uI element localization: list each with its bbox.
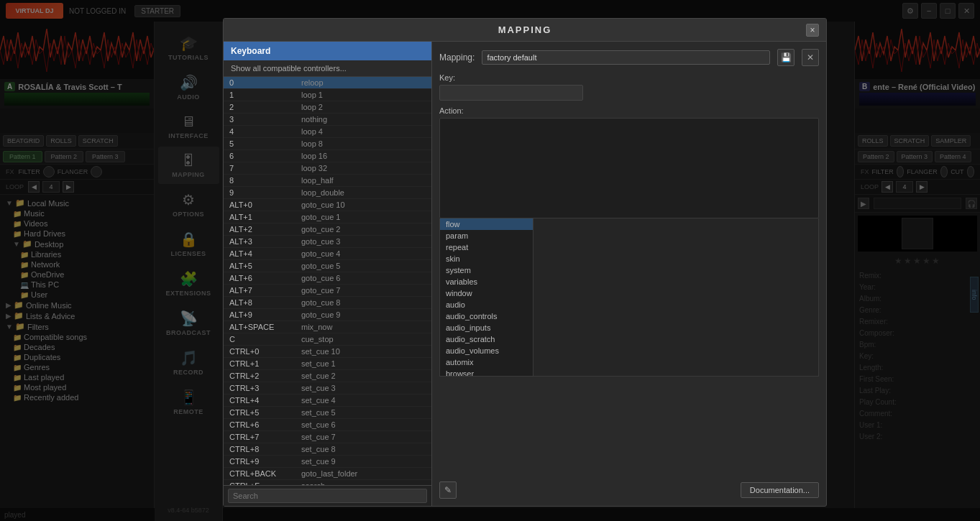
device-selector[interactable]: Keyboard	[224, 42, 431, 60]
show-controllers-link[interactable]: Show all compatible controllers...	[224, 60, 431, 77]
modal-header: MAPPING ×	[224, 19, 826, 42]
key-row[interactable]: CTRL+8set_cue 8	[224, 443, 431, 456]
key-row[interactable]: ALT+6goto_cue 6	[224, 272, 431, 285]
key-list: 0reloop1loop 12loop 23nothing4loop 45loo…	[224, 77, 431, 485]
key-row[interactable]: 5loop 8	[224, 138, 431, 150]
key-row[interactable]: CTRL+3set_cue 3	[224, 382, 431, 395]
autocomplete-list: flowparamrepeatskinsystemvariableswindow…	[440, 218, 533, 376]
autocomplete-item[interactable]: audio_scratch	[440, 333, 533, 345]
key-row[interactable]: ALT+SPACEmix_now	[224, 321, 431, 333]
key-row[interactable]: ALT+5goto_cue 5	[224, 260, 431, 272]
mapping-save-btn[interactable]: 💾	[777, 49, 794, 66]
key-row[interactable]: 8loop_half	[224, 175, 431, 187]
key-row[interactable]: CTRL+6set_cue 6	[224, 419, 431, 431]
autocomplete-item[interactable]: system	[440, 264, 533, 276]
key-row[interactable]: 2loop 2	[224, 101, 431, 114]
documentation-btn[interactable]: Documentation...	[741, 482, 819, 498]
modal-title: MAPPING	[498, 24, 552, 35]
key-row[interactable]: 4loop 4	[224, 126, 431, 138]
action-field-label: Action:	[439, 106, 819, 115]
action-section: Action: flowparamrepeatskinsystemvariabl…	[439, 106, 819, 477]
key-row[interactable]: CTRL+2set_cue 2	[224, 370, 431, 382]
key-row[interactable]: CTRL+4set_cue 4	[224, 395, 431, 407]
search-input[interactable]	[228, 489, 427, 503]
key-row[interactable]: ALT+4goto_cue 4	[224, 248, 431, 260]
key-row[interactable]: 3nothing	[224, 114, 431, 126]
mapping-select[interactable]: factory default	[482, 50, 770, 65]
key-row[interactable]: CTRL+1set_cue 1	[224, 358, 431, 370]
key-row[interactable]: CTRL+5set_cue 5	[224, 407, 431, 419]
mapping-modal: MAPPING × Keyboard Show all compatible c…	[223, 18, 827, 507]
key-field-input[interactable]	[439, 85, 583, 101]
modal-right-bottom: ✎ Documentation...	[439, 481, 819, 499]
key-row[interactable]: CTRL+BACKgoto_last_folder	[224, 468, 431, 480]
autocomplete-item[interactable]: audio	[440, 299, 533, 310]
key-row[interactable]: CTRL+Fsearch	[224, 480, 431, 485]
autocomplete-item[interactable]: audio_volumes	[440, 345, 533, 356]
key-row[interactable]: 9loop_double	[224, 187, 431, 199]
key-row[interactable]: CTRL+7set_cue 7	[224, 431, 431, 443]
key-row[interactable]: CTRL+0set_cue 10	[224, 346, 431, 358]
key-field-section: Key:	[439, 73, 819, 101]
key-row[interactable]: CTRL+9set_cue 9	[224, 456, 431, 468]
key-row[interactable]: Ccue_stop	[224, 333, 431, 346]
modal-close-btn[interactable]: ×	[806, 24, 819, 37]
action-textarea[interactable]	[439, 118, 819, 218]
autocomplete-item[interactable]: repeat	[440, 241, 533, 253]
key-field-label: Key:	[439, 73, 819, 82]
key-row[interactable]: ALT+9goto_cue 9	[224, 309, 431, 321]
autocomplete-item[interactable]: param	[440, 230, 533, 241]
key-row[interactable]: 7loop 32	[224, 162, 431, 175]
autocomplete-item[interactable]: audio_inputs	[440, 322, 533, 333]
modal-body: Keyboard Show all compatible controllers…	[224, 42, 826, 506]
autocomplete-item[interactable]: variables	[440, 276, 533, 287]
modal-left-panel: Keyboard Show all compatible controllers…	[224, 42, 432, 506]
key-row[interactable]: ALT+3goto_cue 3	[224, 236, 431, 248]
search-bar	[224, 485, 431, 506]
modal-right-panel: Mapping: factory default 💾 ✕ Key: Action…	[432, 42, 826, 506]
autocomplete-item[interactable]: flow	[440, 218, 533, 230]
key-row[interactable]: 1loop 1	[224, 89, 431, 101]
mapping-row: Mapping: factory default 💾 ✕	[439, 49, 819, 66]
key-rows-container: 0reloop1loop 12loop 23nothing4loop 45loo…	[224, 77, 431, 485]
key-row[interactable]: ALT+8goto_cue 8	[224, 297, 431, 309]
autocomplete-panel: flowparamrepeatskinsystemvariableswindow…	[439, 218, 819, 377]
autocomplete-item[interactable]: automix	[440, 356, 533, 368]
autocomplete-detail	[533, 218, 818, 376]
key-row[interactable]: ALT+1goto_cue 1	[224, 211, 431, 223]
key-row[interactable]: ALT+0goto_cue 10	[224, 199, 431, 211]
autocomplete-item[interactable]: skin	[440, 253, 533, 264]
autocomplete-item[interactable]: browser	[440, 368, 533, 376]
key-row[interactable]: ALT+2goto_cue 2	[224, 223, 431, 236]
key-row[interactable]: 6loop 16	[224, 150, 431, 162]
autocomplete-item[interactable]: window	[440, 287, 533, 299]
mapping-label: Mapping:	[439, 52, 475, 63]
edit-action-btn[interactable]: ✎	[439, 481, 457, 499]
mapping-delete-btn[interactable]: ✕	[802, 49, 819, 66]
key-row[interactable]: ALT+7goto_cue 7	[224, 285, 431, 297]
key-row[interactable]: 0reloop	[224, 77, 431, 89]
autocomplete-item[interactable]: audio_controls	[440, 310, 533, 322]
